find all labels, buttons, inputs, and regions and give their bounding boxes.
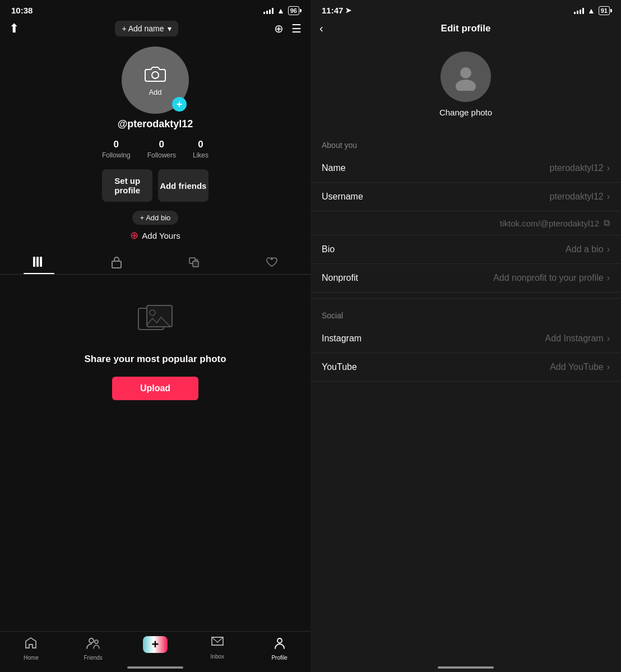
name-row[interactable]: Name pterodaktyl12 › <box>310 154 621 183</box>
nonprofit-row[interactable]: Nonprofit Add nonprofit to your profile … <box>310 264 621 293</box>
svg-point-14 <box>456 80 476 91</box>
nonprofit-chevron-icon: › <box>607 273 610 283</box>
left-screen: 10:38 ▲ 96 ⬆ + Add name ▾ ⊕ ☰ <box>0 0 310 672</box>
location-icon: ➤ <box>345 6 351 15</box>
svg-point-10 <box>89 638 94 643</box>
left-topbar: ⬆ + Add name ▾ ⊕ ☰ <box>0 18 310 41</box>
name-value: pterodaktyl12 <box>383 163 604 173</box>
friends-label: Friends <box>84 655 103 661</box>
youtube-chevron-icon: › <box>607 362 610 372</box>
signal-icon <box>263 7 274 14</box>
left-status-bar: 10:38 ▲ 96 <box>0 0 310 18</box>
share-icon[interactable]: ⬆ <box>9 21 19 36</box>
avatar-wrapper[interactable]: Add + <box>122 47 189 114</box>
add-name-button[interactable]: + Add name ▾ <box>115 21 178 36</box>
friends-icon <box>86 636 100 653</box>
svg-rect-2 <box>36 257 39 267</box>
right-signal-icon <box>574 7 584 14</box>
followers-stat[interactable]: 0 Followers <box>147 139 176 159</box>
stats-row: 0 Following 0 Followers 0 Likes <box>102 139 208 159</box>
profile-nav-label: Profile <box>271 655 287 661</box>
svg-rect-4 <box>112 261 121 268</box>
menu-icon[interactable]: ☰ <box>291 22 302 35</box>
left-time: 10:38 <box>11 6 33 15</box>
right-time: 11:47 ➤ <box>322 6 351 15</box>
home-indicator-right <box>438 666 494 669</box>
instagram-value: Add Instagram <box>383 333 604 344</box>
nav-friends[interactable]: Friends <box>62 636 124 661</box>
following-stat[interactable]: 0 Following <box>102 139 131 159</box>
name-label: Name <box>322 163 383 173</box>
svg-rect-3 <box>40 257 42 267</box>
inbox-icon <box>211 636 224 652</box>
username-label: Username <box>322 192 383 202</box>
social-label: Social <box>310 304 621 325</box>
nav-home[interactable]: Home <box>0 636 62 661</box>
svg-point-0 <box>152 72 159 78</box>
svg-point-13 <box>460 67 471 78</box>
upload-button[interactable]: Upload <box>112 377 198 400</box>
dropdown-arrow-icon: ▾ <box>168 24 172 33</box>
nonprofit-label: Nonprofit <box>322 273 383 283</box>
bio-row[interactable]: Bio Add a bio › <box>310 235 621 264</box>
tabs-row <box>0 251 310 275</box>
svg-point-11 <box>95 640 98 643</box>
photo-placeholder-icon <box>136 303 175 344</box>
tiktok-link-text: tiktok.com/@pterodaktyl12 <box>500 219 599 228</box>
profile-buttons: Set up profile Add friends <box>93 169 217 202</box>
right-screen: 11:47 ➤ ▲ 91 ‹ Edit profile <box>310 0 621 672</box>
left-status-right: ▲ 96 <box>263 6 299 15</box>
nav-profile[interactable]: Profile <box>248 636 310 661</box>
tiktok-link-row[interactable]: tiktok.com/@pterodaktyl12 ⧉ <box>310 211 621 235</box>
bio-label: Bio <box>322 244 383 254</box>
nav-inbox[interactable]: Inbox <box>186 636 248 661</box>
home-icon <box>24 636 38 653</box>
svg-point-12 <box>277 638 282 643</box>
username-chevron-icon: › <box>607 192 610 202</box>
instagram-label: Instagram <box>322 333 383 344</box>
likes-stat[interactable]: 0 Likes <box>193 139 208 159</box>
name-chevron-icon: › <box>607 163 610 173</box>
section-divider <box>310 298 621 299</box>
copy-icon[interactable]: ⧉ <box>604 218 610 228</box>
top-right-icons: ⊕ ☰ <box>274 22 302 35</box>
youtube-row[interactable]: YouTube Add YouTube › <box>310 353 621 382</box>
right-status-right: ▲ 91 <box>574 6 610 15</box>
add-photo-badge[interactable]: + <box>172 97 187 112</box>
right-topbar: ‹ Edit profile <box>310 18 621 40</box>
back-button[interactable]: ‹ <box>319 22 342 35</box>
bio-value: Add a bio <box>383 244 604 254</box>
username-row[interactable]: Username pterodaktyl12 › <box>310 183 621 211</box>
discover-icon[interactable]: ⊕ <box>274 22 284 35</box>
nonprofit-value: Add nonprofit to your profile <box>383 273 604 283</box>
instagram-chevron-icon: › <box>607 333 610 344</box>
share-photo-text: Share your most popular photo <box>84 353 226 365</box>
tab-liked[interactable] <box>233 251 311 274</box>
add-yours-row[interactable]: ⊕ Add Yours <box>130 229 180 242</box>
tab-repost[interactable] <box>155 251 233 274</box>
tab-lock[interactable] <box>78 251 156 274</box>
nav-create[interactable]: . <box>124 636 187 661</box>
add-yours-icon: ⊕ <box>130 229 138 242</box>
tab-grid[interactable] <box>0 251 78 274</box>
inbox-label: Inbox <box>211 654 224 660</box>
about-you-label: About you <box>310 134 621 154</box>
edit-avatar-section[interactable]: Change photo <box>310 40 621 134</box>
bio-chevron-icon: › <box>607 244 610 254</box>
right-battery-indicator: 91 <box>599 6 610 15</box>
right-wifi-icon: ▲ <box>587 6 595 15</box>
edit-profile-title: Edit profile <box>342 23 590 34</box>
instagram-row[interactable]: Instagram Add Instagram › <box>310 325 621 353</box>
svg-rect-8 <box>147 305 172 327</box>
content-area: Share your most popular photo Upload <box>0 275 310 411</box>
setup-profile-button[interactable]: Set up profile <box>102 169 152 202</box>
username: @pterodaktyl12 <box>118 118 193 130</box>
right-status-bar: 11:47 ➤ ▲ 91 <box>310 0 621 18</box>
create-label: . <box>155 655 156 661</box>
create-button[interactable] <box>143 636 168 653</box>
add-bio-button[interactable]: + Add bio <box>132 211 179 225</box>
username-value: pterodaktyl12 <box>383 192 604 202</box>
add-friends-button[interactable]: Add friends <box>158 169 208 202</box>
youtube-label: YouTube <box>322 362 383 372</box>
svg-rect-6 <box>193 261 198 267</box>
